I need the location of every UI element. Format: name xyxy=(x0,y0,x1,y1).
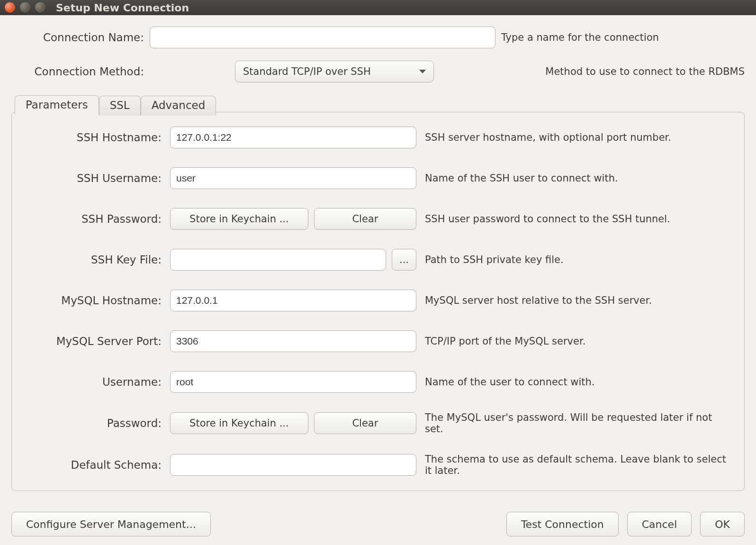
password-store-button[interactable]: Store in Keychain ... xyxy=(170,412,308,434)
ssh-hostname-label: SSH Hostname: xyxy=(24,131,162,144)
default-schema-label: Default Schema: xyxy=(24,459,162,471)
ssh-username-input[interactable] xyxy=(170,167,416,189)
window: Setup New Connection Connection Name: Ty… xyxy=(0,0,756,545)
mysql-port-hint: TCP/IP port of the MySQL server. xyxy=(425,336,732,347)
mysql-hostname-label: MySQL Hostname: xyxy=(24,294,162,307)
password-label: Password: xyxy=(24,417,162,429)
tab-parameters[interactable]: Parameters xyxy=(15,95,99,115)
window-title: Setup New Connection xyxy=(56,2,189,14)
window-close-icon[interactable] xyxy=(5,2,15,13)
mysql-hostname-input[interactable] xyxy=(170,290,416,311)
connection-method-dropdown[interactable]: Standard TCP/IP over SSH xyxy=(235,61,434,82)
ssh-hostname-hint: SSH server hostname, with optional port … xyxy=(425,132,732,143)
ssh-password-store-button[interactable]: Store in Keychain ... xyxy=(170,208,308,230)
ssh-keyfile-hint: Path to SSH private key file. xyxy=(425,254,732,265)
mysql-port-label: MySQL Server Port: xyxy=(24,335,162,347)
password-clear-button[interactable]: Clear xyxy=(314,412,416,434)
window-minimize-icon[interactable] xyxy=(20,2,30,13)
dialog-footer: Configure Server Management... Test Conn… xyxy=(11,507,745,536)
top-section: Connection Name: Type a name for the con… xyxy=(11,27,745,82)
tab-advanced[interactable]: Advanced xyxy=(141,96,216,116)
dialog-body: Connection Name: Type a name for the con… xyxy=(0,15,756,545)
titlebar: Setup New Connection xyxy=(0,0,756,15)
mysql-port-input[interactable] xyxy=(170,330,416,352)
connection-name-hint: Type a name for the connection xyxy=(501,32,745,43)
ssh-hostname-input[interactable] xyxy=(170,127,416,148)
parameters-form: SSH Hostname: SSH server hostname, with … xyxy=(24,127,732,476)
window-maximize-icon[interactable] xyxy=(35,2,45,13)
tabs-panel: Parameters SSL Advanced SSH Hostname: SS… xyxy=(11,112,745,491)
connection-method-hint: Method to use to connect to the RDBMS xyxy=(501,66,745,77)
tab-ssl[interactable]: SSL xyxy=(99,96,141,116)
ssh-password-hint: SSH user password to connect to the SSH … xyxy=(425,213,732,225)
ssh-username-hint: Name of the SSH user to connect with. xyxy=(425,173,732,184)
ssh-keyfile-label: SSH Key File: xyxy=(24,254,162,266)
ssh-keyfile-input[interactable] xyxy=(170,249,386,271)
default-schema-hint: The schema to use as default schema. Lea… xyxy=(425,454,732,476)
username-hint: Name of the user to connect with. xyxy=(425,376,732,388)
test-connection-button[interactable]: Test Connection xyxy=(506,512,619,536)
password-hint: The MySQL user's password. Will be reque… xyxy=(425,412,732,435)
cancel-button[interactable]: Cancel xyxy=(627,512,692,536)
connection-name-input[interactable] xyxy=(150,27,495,48)
username-input[interactable] xyxy=(170,371,416,393)
ssh-keyfile-browse-button[interactable]: ... xyxy=(392,249,416,271)
chevron-down-icon xyxy=(419,70,426,73)
connection-method-label: Connection Method: xyxy=(11,65,144,78)
configure-server-management-button[interactable]: Configure Server Management... xyxy=(11,512,211,536)
ssh-password-label: SSH Password: xyxy=(24,213,162,225)
connection-name-label: Connection Name: xyxy=(11,31,144,44)
default-schema-input[interactable] xyxy=(170,454,416,476)
connection-method-value: Standard TCP/IP over SSH xyxy=(243,66,371,77)
ssh-password-clear-button[interactable]: Clear xyxy=(314,208,416,230)
ssh-username-label: SSH Username: xyxy=(24,172,162,184)
tabs-strip: Parameters SSL Advanced xyxy=(12,95,216,115)
mysql-hostname-hint: MySQL server host relative to the SSH se… xyxy=(425,295,732,306)
username-label: Username: xyxy=(24,376,162,388)
ok-button[interactable]: OK xyxy=(700,512,745,536)
